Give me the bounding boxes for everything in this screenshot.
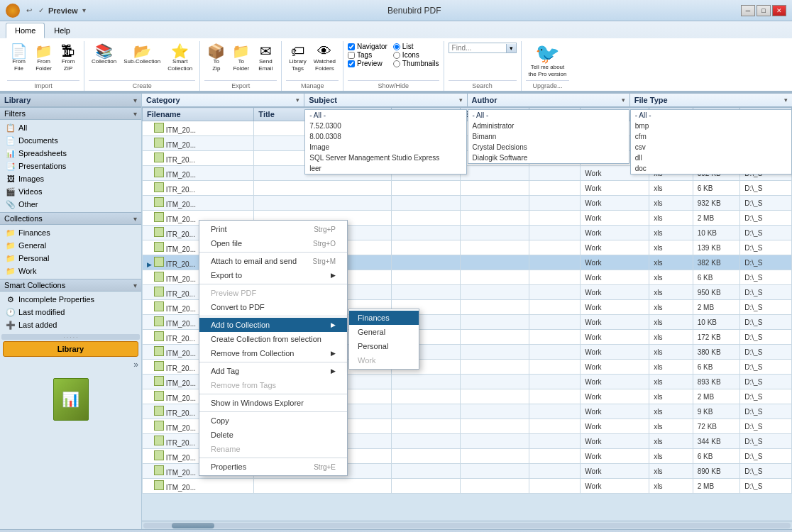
ctx-add-tag[interactable]: Add Tag ▶: [199, 364, 347, 378]
sidebar-expand-icon[interactable]: »: [133, 360, 138, 370]
table-row[interactable]: ITR_20... Work xls 6 KB D:\_S: [143, 181, 792, 196]
sidebar-scroll-handle[interactable]: · · · · ·: [1, 334, 140, 340]
smart-collections-header[interactable]: Smart Collections ▾: [0, 279, 141, 292]
to-folder-button[interactable]: 📁 ToFolder: [229, 43, 253, 73]
undo-button[interactable]: ↩: [24, 6, 34, 15]
author-option-4[interactable]: Dialogik Software: [468, 153, 629, 163]
thumbnails-radio-label[interactable]: Thumbnails: [393, 60, 439, 67]
to-zip-button[interactable]: 📦 ToZip: [204, 43, 228, 73]
col-header-filename[interactable]: Filename: [143, 108, 254, 121]
sidebar-item-incomplete[interactable]: ⚙ Incomplete Properties: [0, 293, 141, 306]
quick-access-dropdown[interactable]: ▾: [80, 6, 88, 15]
author-filter[interactable]: Author ▾ - All - Administrator Bimann Cr…: [468, 94, 630, 106]
close-button[interactable]: ✕: [772, 5, 786, 16]
sidebar-item-work[interactable]: 📁 Work: [0, 265, 141, 277]
library-tags-button[interactable]: 🏷 LibraryTags: [286, 43, 309, 73]
author-option-3[interactable]: Crystal Decisions: [468, 142, 629, 153]
library-section-header[interactable]: Library ▾: [0, 94, 141, 107]
tab-help[interactable]: Help: [45, 23, 79, 38]
author-option-all[interactable]: - All -: [468, 110, 629, 121]
minimize-button[interactable]: ─: [741, 5, 755, 16]
maximize-button[interactable]: □: [757, 5, 771, 16]
save-button[interactable]: ✓: [36, 6, 46, 15]
from-folder-button[interactable]: 📁 FromFolder: [32, 43, 55, 73]
filetype-option-csv[interactable]: csv: [631, 142, 791, 153]
sidebar-item-last-added[interactable]: ➕ Last added: [0, 318, 141, 331]
ctx-show-explorer[interactable]: Show in Windows Explorer: [199, 396, 347, 410]
preview-checkbox-label[interactable]: Preview: [348, 60, 387, 67]
ctx-add-collection[interactable]: Add to Collection ▶: [199, 318, 347, 332]
subject-option-1[interactable]: 7.52.0300: [305, 121, 466, 131]
sidebar-item-other[interactable]: 📎 Other: [0, 198, 141, 211]
subject-option-4[interactable]: SQL Server Management Studio Express: [305, 153, 466, 163]
icons-radio-label[interactable]: Icons: [393, 51, 439, 59]
submenu-general[interactable]: General: [349, 325, 419, 339]
subject-option-all[interactable]: - All -: [305, 110, 466, 121]
ctx-open-file[interactable]: Open file Strg+O: [199, 236, 347, 250]
ctx-copy[interactable]: Copy: [199, 414, 347, 428]
watched-folders-button[interactable]: 👁 WatchedFolders: [311, 43, 339, 73]
subject-filter[interactable]: Subject ▾ - All - 7.52.0300 8.00.0308 Im…: [304, 94, 467, 106]
sidebar-item-finances[interactable]: 📁 Finances: [0, 226, 141, 239]
smart-collection-button[interactable]: ⭐ SmartCollection: [165, 43, 195, 73]
author-option-1[interactable]: Administrator: [468, 121, 629, 131]
list-radio[interactable]: [393, 43, 400, 50]
sidebar-item-all[interactable]: 📋 All: [0, 121, 141, 134]
icons-radio[interactable]: [393, 52, 400, 59]
tab-home[interactable]: Home: [6, 23, 45, 38]
table-row[interactable]: ITM_20... Work xls 932 KB D:\_S: [143, 196, 792, 211]
sidebar-item-last-modified[interactable]: 🕐 Last modified: [0, 306, 141, 318]
sidebar-item-images[interactable]: 🖼 Images: [0, 172, 141, 185]
library-button[interactable]: Library: [3, 341, 138, 357]
navigator-checkbox-label[interactable]: Navigator: [348, 43, 387, 50]
sidebar-item-videos[interactable]: 🎬 Videos: [0, 185, 141, 198]
filetype-option-cfm[interactable]: cfm: [631, 131, 791, 142]
submenu-finances[interactable]: Finances: [349, 311, 419, 325]
collection-button[interactable]: 📚 Collection: [89, 43, 119, 67]
sidebar-item-personal[interactable]: 📁 Personal: [0, 252, 141, 265]
from-file-icon: 📄: [10, 44, 28, 58]
filetype-filter[interactable]: File Type ▾ - All - bmp cfm csv dll doc: [630, 94, 792, 106]
category-filter[interactable]: Category ▾: [142, 94, 304, 106]
collections-header[interactable]: Collections ▾: [0, 212, 141, 225]
subject-option-5[interactable]: leer: [305, 163, 466, 174]
sidebar-item-documents[interactable]: 📄 Documents: [0, 134, 141, 147]
search-dropdown-btn[interactable]: ▾: [506, 44, 516, 52]
tags-checkbox-label[interactable]: Tags: [348, 51, 387, 59]
upgrade-button[interactable]: 🐦 Tell me aboutthe Pro version: [526, 43, 570, 79]
from-zip-button[interactable]: 🗜 FromZIP: [57, 43, 79, 73]
ctx-attach-email[interactable]: Attach to email and send Strg+M: [199, 254, 347, 268]
preview-checkbox[interactable]: [348, 60, 355, 67]
ctx-print[interactable]: Print Strg+P: [199, 222, 347, 236]
sidebar-item-general[interactable]: 📁 General: [0, 239, 141, 252]
list-radio-label[interactable]: List: [393, 43, 439, 50]
filetype-option-doc[interactable]: doc: [631, 163, 791, 174]
search-input[interactable]: [449, 43, 506, 52]
filetype-option-bmp[interactable]: bmp: [631, 121, 791, 131]
ctx-convert-pdf[interactable]: Convert to PDF: [199, 300, 347, 314]
ctx-export-to[interactable]: Export to ▶: [199, 268, 347, 282]
ctx-create-collection[interactable]: Create Collection from selection: [199, 332, 347, 346]
ctx-properties[interactable]: Properties Strg+E: [199, 460, 347, 474]
sidebar-item-spreadsheets[interactable]: 📊 Spreadsheets: [0, 147, 141, 160]
scrollbar-track[interactable]: [143, 523, 791, 528]
navigator-checkbox[interactable]: [348, 43, 355, 50]
filters-header[interactable]: Filters ▾: [0, 107, 141, 120]
scrollbar-thumb[interactable]: [172, 523, 214, 528]
ctx-remove-collection[interactable]: Remove from Collection ▶: [199, 346, 347, 360]
send-email-button[interactable]: ✉ SendEmail: [254, 43, 277, 73]
filetype-option-dll[interactable]: dll: [631, 153, 791, 163]
horizontal-scrollbar[interactable]: [142, 521, 792, 529]
table-row[interactable]: ITM_20... Work xls 2 MB D:\_S: [143, 479, 792, 494]
thumbnails-radio[interactable]: [393, 60, 400, 67]
subject-option-3[interactable]: Image: [305, 142, 466, 153]
subject-option-2[interactable]: 8.00.0308: [305, 131, 466, 142]
from-file-button[interactable]: 📄 FromFile: [7, 43, 31, 73]
tags-checkbox[interactable]: [348, 52, 355, 59]
ctx-delete[interactable]: Delete: [199, 428, 347, 442]
filetype-option-all[interactable]: - All -: [631, 110, 791, 121]
author-option-2[interactable]: Bimann: [468, 131, 629, 142]
submenu-personal[interactable]: Personal: [349, 339, 419, 353]
sub-collection-button[interactable]: 📂 Sub-Collection: [121, 43, 163, 67]
sidebar-item-presentations[interactable]: 📑 Presentations: [0, 160, 141, 172]
